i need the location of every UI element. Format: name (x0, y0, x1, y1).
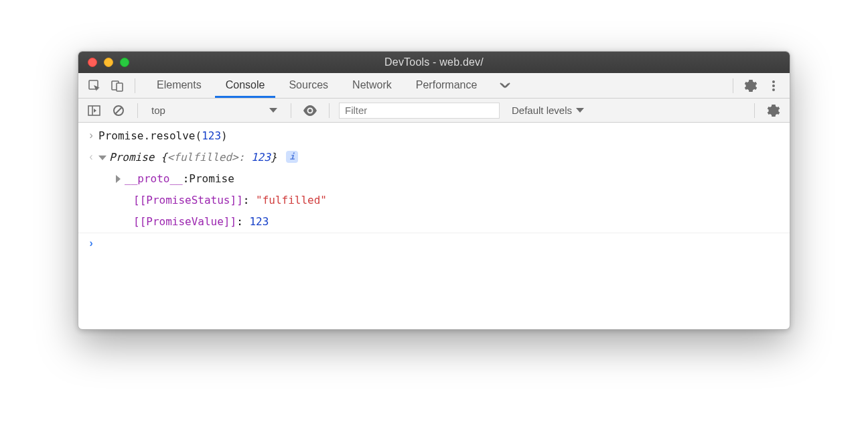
devtools-window: DevTools - web.dev/ Elements Console Sou… (78, 51, 790, 330)
separator (135, 78, 135, 93)
promise-status-row[interactable]: [[PromiseStatus]]: "fulfilled" (78, 190, 790, 211)
result-type: Promise (109, 151, 154, 164)
value-value: 123 (249, 215, 269, 228)
status-value: "fulfilled" (256, 194, 327, 206)
log-levels-selector[interactable]: Default levels (512, 105, 584, 116)
expand-toggle-icon[interactable] (116, 175, 121, 183)
info-badge-icon[interactable]: i (286, 151, 298, 163)
separator (329, 103, 330, 118)
svg-point-8 (309, 109, 312, 112)
clear-console-icon[interactable] (109, 101, 128, 120)
more-tabs-icon[interactable] (496, 76, 514, 95)
console-input-row[interactable]: › Promise.resolve(123) (78, 125, 790, 147)
device-toolbar-icon[interactable] (108, 76, 127, 95)
status-key: [[PromiseStatus]] (133, 194, 243, 206)
separator (733, 78, 733, 93)
svg-point-4 (772, 84, 775, 87)
console-settings-gear-icon[interactable] (764, 101, 783, 120)
console-prompt-row[interactable]: › (78, 233, 790, 255)
proto-row[interactable]: __proto__: Promise (78, 168, 790, 190)
svg-point-5 (772, 88, 775, 91)
panel-tabs: Elements Console Sources Network Perform… (146, 74, 514, 98)
close-window-button[interactable] (88, 58, 97, 67)
prompt-chevron-icon: › (84, 235, 98, 253)
console-body: › Promise.resolve(123) ‹ Promise {<fulfi… (78, 123, 790, 257)
live-expression-eye-icon[interactable] (301, 101, 319, 120)
console-toolbar: top Default levels (78, 99, 790, 123)
expr-arg: 123 (202, 129, 221, 142)
console-output-row[interactable]: ‹ Promise {<fulfilled>: 123} i (78, 147, 790, 168)
result-summary: Promise {<fulfilled>: 123} i (109, 148, 784, 167)
result-state: <fulfilled> (167, 151, 238, 164)
traffic-lights (78, 58, 129, 67)
titlebar: DevTools - web.dev/ (78, 52, 790, 73)
tab-elements[interactable]: Elements (146, 74, 212, 98)
expr-suffix: ) (221, 129, 228, 142)
main-tabbar: Elements Console Sources Network Perform… (78, 73, 790, 99)
tab-performance[interactable]: Performance (405, 74, 488, 98)
output-chevron-icon: ‹ (84, 148, 98, 167)
separator (291, 103, 291, 118)
minimize-window-button[interactable] (104, 58, 113, 67)
input-chevron-icon: › (84, 127, 98, 145)
tab-console[interactable]: Console (215, 74, 276, 98)
console-input-expression: Promise.resolve(123) (98, 127, 784, 145)
svg-rect-2 (117, 83, 123, 91)
context-selector[interactable]: top (147, 103, 281, 117)
proto-value: Promise (189, 170, 234, 188)
dropdown-caret-icon (269, 108, 277, 113)
zoom-window-button[interactable] (120, 58, 129, 67)
value-key: [[PromiseValue]] (133, 215, 236, 228)
separator (137, 103, 138, 118)
svg-point-3 (772, 80, 775, 83)
log-levels-label: Default levels (512, 105, 572, 116)
filter-input[interactable] (339, 103, 500, 119)
result-value: 123 (251, 151, 271, 164)
settings-gear-icon[interactable] (741, 76, 760, 95)
expand-toggle-icon[interactable] (98, 156, 106, 160)
separator (754, 103, 755, 118)
expr-prefix: Promise.resolve( (98, 129, 202, 142)
proto-key: __proto__ (125, 170, 183, 188)
context-label: top (151, 105, 165, 116)
dropdown-caret-icon (576, 108, 584, 113)
tab-network[interactable]: Network (342, 74, 403, 98)
tab-sources[interactable]: Sources (278, 74, 339, 98)
promise-value-row[interactable]: [[PromiseValue]]: 123 (78, 211, 790, 233)
inspect-element-icon[interactable] (85, 76, 104, 95)
window-title: DevTools - web.dev/ (78, 56, 790, 68)
kebab-menu-icon[interactable] (764, 76, 783, 95)
toggle-sidebar-icon[interactable] (85, 101, 104, 120)
